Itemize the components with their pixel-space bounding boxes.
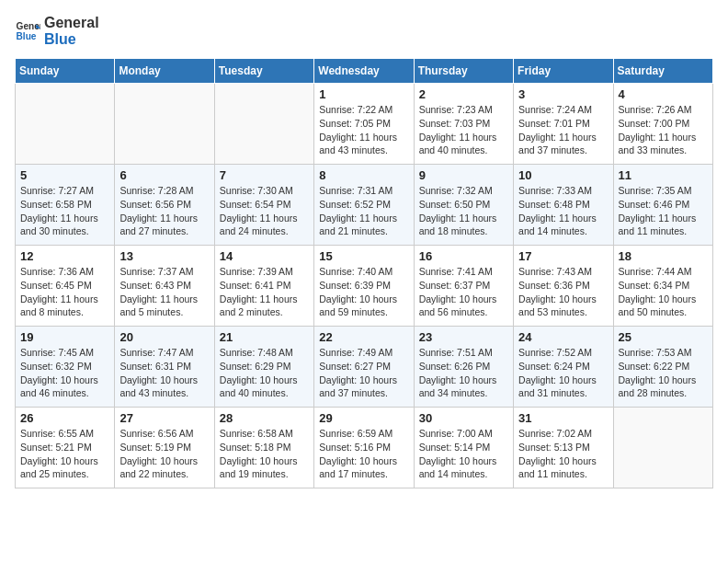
day-number: 22 (319, 330, 408, 344)
day-number: 9 (419, 168, 508, 182)
day-info: Sunrise: 7:00 AM Sunset: 5:14 PM Dayligh… (419, 427, 508, 481)
day-number: 31 (518, 411, 608, 425)
day-info: Sunrise: 6:58 AM Sunset: 5:18 PM Dayligh… (220, 427, 309, 481)
calendar-cell (16, 84, 115, 165)
calendar-cell: 20Sunrise: 7:47 AM Sunset: 6:31 PM Dayli… (115, 327, 214, 408)
day-number: 8 (319, 168, 408, 182)
calendar-cell: 13Sunrise: 7:37 AM Sunset: 6:43 PM Dayli… (115, 246, 214, 327)
page-header: General Blue General Blue (15, 15, 713, 47)
calendar-cell: 6Sunrise: 7:28 AM Sunset: 6:56 PM Daylig… (115, 165, 214, 246)
day-info: Sunrise: 7:45 AM Sunset: 6:32 PM Dayligh… (20, 346, 109, 400)
day-number: 27 (119, 411, 209, 425)
day-info: Sunrise: 7:28 AM Sunset: 6:56 PM Dayligh… (119, 184, 209, 238)
calendar-cell (115, 84, 214, 165)
day-number: 4 (619, 87, 708, 101)
day-info: Sunrise: 7:52 AM Sunset: 6:24 PM Dayligh… (518, 346, 608, 400)
calendar-cell: 16Sunrise: 7:41 AM Sunset: 6:37 PM Dayli… (414, 246, 513, 327)
day-number: 21 (220, 330, 309, 344)
day-number: 2 (419, 87, 508, 101)
calendar-cell: 4Sunrise: 7:26 AM Sunset: 7:00 PM Daylig… (613, 84, 712, 165)
calendar-cell: 25Sunrise: 7:53 AM Sunset: 6:22 PM Dayli… (613, 327, 712, 408)
day-info: Sunrise: 6:56 AM Sunset: 5:19 PM Dayligh… (119, 427, 209, 481)
calendar-cell (613, 408, 712, 488)
calendar-cell: 19Sunrise: 7:45 AM Sunset: 6:32 PM Dayli… (16, 327, 115, 408)
calendar-cell: 21Sunrise: 7:48 AM Sunset: 6:29 PM Dayli… (214, 327, 313, 408)
day-number: 14 (220, 249, 309, 263)
day-number: 1 (319, 87, 408, 101)
day-number: 29 (319, 411, 408, 425)
day-info: Sunrise: 7:37 AM Sunset: 6:43 PM Dayligh… (119, 265, 209, 319)
calendar-cell: 1Sunrise: 7:22 AM Sunset: 7:05 PM Daylig… (314, 84, 414, 165)
calendar-cell: 30Sunrise: 7:00 AM Sunset: 5:14 PM Dayli… (414, 408, 513, 488)
day-info: Sunrise: 7:43 AM Sunset: 6:36 PM Dayligh… (518, 265, 608, 319)
calendar-cell: 15Sunrise: 7:40 AM Sunset: 6:39 PM Dayli… (314, 246, 414, 327)
day-number: 5 (20, 168, 109, 182)
day-number: 11 (619, 168, 708, 182)
day-number: 16 (419, 249, 508, 263)
svg-text:Blue: Blue (17, 31, 37, 41)
calendar-cell: 27Sunrise: 6:56 AM Sunset: 5:19 PM Dayli… (115, 408, 214, 488)
calendar-cell: 29Sunrise: 6:59 AM Sunset: 5:16 PM Dayli… (314, 408, 414, 488)
day-info: Sunrise: 7:35 AM Sunset: 6:46 PM Dayligh… (619, 184, 708, 238)
day-info: Sunrise: 7:47 AM Sunset: 6:31 PM Dayligh… (119, 346, 209, 400)
calendar-cell: 17Sunrise: 7:43 AM Sunset: 6:36 PM Dayli… (514, 246, 613, 327)
calendar-table: SundayMondayTuesdayWednesdayThursdayFrid… (15, 58, 713, 488)
day-number: 20 (119, 330, 209, 344)
calendar-cell: 24Sunrise: 7:52 AM Sunset: 6:24 PM Dayli… (514, 327, 613, 408)
day-number: 23 (419, 330, 508, 344)
calendar-cell: 11Sunrise: 7:35 AM Sunset: 6:46 PM Dayli… (613, 165, 712, 246)
column-header-thursday: Thursday (414, 59, 513, 84)
day-info: Sunrise: 7:24 AM Sunset: 7:01 PM Dayligh… (518, 103, 608, 157)
calendar-cell: 8Sunrise: 7:31 AM Sunset: 6:52 PM Daylig… (314, 165, 414, 246)
day-number: 24 (518, 330, 608, 344)
day-info: Sunrise: 7:22 AM Sunset: 7:05 PM Dayligh… (319, 103, 408, 157)
day-number: 12 (20, 249, 109, 263)
day-info: Sunrise: 7:30 AM Sunset: 6:54 PM Dayligh… (220, 184, 309, 238)
calendar-cell: 9Sunrise: 7:32 AM Sunset: 6:50 PM Daylig… (414, 165, 513, 246)
day-info: Sunrise: 7:48 AM Sunset: 6:29 PM Dayligh… (220, 346, 309, 400)
day-number: 3 (518, 87, 608, 101)
calendar-cell: 18Sunrise: 7:44 AM Sunset: 6:34 PM Dayli… (613, 246, 712, 327)
day-number: 25 (619, 330, 708, 344)
calendar-cell: 10Sunrise: 7:33 AM Sunset: 6:48 PM Dayli… (514, 165, 613, 246)
calendar-cell: 12Sunrise: 7:36 AM Sunset: 6:45 PM Dayli… (16, 246, 115, 327)
calendar-cell: 28Sunrise: 6:58 AM Sunset: 5:18 PM Dayli… (214, 408, 313, 488)
day-info: Sunrise: 6:55 AM Sunset: 5:21 PM Dayligh… (20, 427, 109, 481)
calendar-cell (214, 84, 313, 165)
day-info: Sunrise: 6:59 AM Sunset: 5:16 PM Dayligh… (319, 427, 408, 481)
column-header-wednesday: Wednesday (314, 59, 414, 84)
day-info: Sunrise: 7:26 AM Sunset: 7:00 PM Dayligh… (619, 103, 708, 157)
day-info: Sunrise: 7:33 AM Sunset: 6:48 PM Dayligh… (518, 184, 608, 238)
day-number: 13 (119, 249, 209, 263)
day-info: Sunrise: 7:23 AM Sunset: 7:03 PM Dayligh… (419, 103, 508, 157)
day-number: 7 (220, 168, 309, 182)
day-info: Sunrise: 7:27 AM Sunset: 6:58 PM Dayligh… (20, 184, 109, 238)
calendar-cell: 22Sunrise: 7:49 AM Sunset: 6:27 PM Dayli… (314, 327, 414, 408)
day-info: Sunrise: 7:51 AM Sunset: 6:26 PM Dayligh… (419, 346, 508, 400)
day-number: 28 (220, 411, 309, 425)
column-header-tuesday: Tuesday (214, 59, 313, 84)
day-number: 6 (119, 168, 209, 182)
day-number: 17 (518, 249, 608, 263)
calendar-cell: 5Sunrise: 7:27 AM Sunset: 6:58 PM Daylig… (16, 165, 115, 246)
day-number: 19 (20, 330, 109, 344)
day-number: 30 (419, 411, 508, 425)
day-info: Sunrise: 7:44 AM Sunset: 6:34 PM Dayligh… (619, 265, 708, 319)
day-number: 26 (20, 411, 109, 425)
day-info: Sunrise: 7:53 AM Sunset: 6:22 PM Dayligh… (619, 346, 708, 400)
calendar-cell: 31Sunrise: 7:02 AM Sunset: 5:13 PM Dayli… (514, 408, 613, 488)
day-info: Sunrise: 7:41 AM Sunset: 6:37 PM Dayligh… (419, 265, 508, 319)
logo-icon: General Blue (15, 18, 40, 44)
day-info: Sunrise: 7:49 AM Sunset: 6:27 PM Dayligh… (319, 346, 408, 400)
calendar-cell: 3Sunrise: 7:24 AM Sunset: 7:01 PM Daylig… (514, 84, 613, 165)
column-header-saturday: Saturday (613, 59, 712, 84)
column-header-friday: Friday (514, 59, 613, 84)
day-info: Sunrise: 7:02 AM Sunset: 5:13 PM Dayligh… (518, 427, 608, 481)
calendar-cell: 26Sunrise: 6:55 AM Sunset: 5:21 PM Dayli… (16, 408, 115, 488)
day-number: 10 (518, 168, 608, 182)
logo: General Blue General Blue (15, 15, 99, 47)
calendar-cell: 2Sunrise: 7:23 AM Sunset: 7:03 PM Daylig… (414, 84, 513, 165)
day-info: Sunrise: 7:31 AM Sunset: 6:52 PM Dayligh… (319, 184, 408, 238)
column-header-monday: Monday (115, 59, 214, 84)
day-number: 15 (319, 249, 408, 263)
